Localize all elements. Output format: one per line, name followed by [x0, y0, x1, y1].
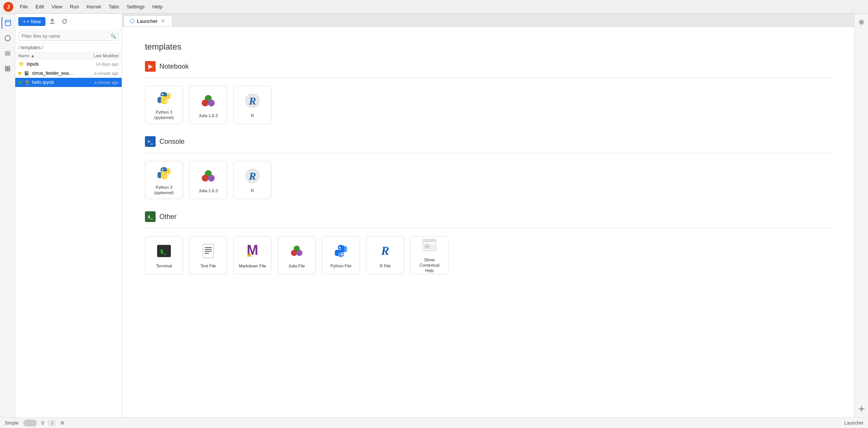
file-name: inputs [27, 61, 74, 67]
left-icon-sidebar [0, 14, 15, 417]
python3-console-icon [155, 165, 173, 182]
menu-view[interactable]: View [48, 3, 65, 10]
tab-close-icon[interactable]: ✕ [160, 18, 166, 24]
sidebar-circle-btn[interactable] [2, 32, 14, 44]
sidebar-layers-btn[interactable] [2, 47, 14, 60]
svg-rect-11 [8, 69, 10, 71]
list-item[interactable]: 📓 hello.ipynb a minute ago [15, 78, 122, 87]
notebook-cards: Python 3(ipykernel) Julia 1.6.3 [145, 86, 831, 124]
julia-notebook-icon [199, 92, 217, 110]
launcher-content: templates ▶ Notebook [122, 27, 854, 417]
markdown-file-label: Markdown File [239, 263, 266, 269]
status-settings-icon[interactable]: ⚙ [60, 420, 64, 426]
tab-launcher[interactable]: ⬡ Launcher ✕ [124, 15, 172, 26]
plus-icon: + [23, 19, 26, 24]
svg-point-22 [202, 175, 209, 182]
col-modified-header[interactable]: Last Modified [77, 53, 119, 58]
r-notebook-icon: R [243, 92, 262, 110]
svg-text:R: R [381, 244, 389, 257]
svg-point-38 [341, 254, 343, 255]
file-list-header[interactable]: Name ▲ Last Modified [15, 52, 122, 60]
svg-rect-9 [8, 66, 10, 68]
launcher-title: templates [145, 42, 831, 52]
svg-rect-42 [424, 245, 429, 245]
svg-rect-10 [5, 69, 7, 71]
menu-settings[interactable]: Settings [124, 3, 148, 10]
card-r-console[interactable]: R R [233, 161, 272, 199]
file-list: 📁 inputs 14 days ago 📓 cirrus_feeder_exa… [15, 60, 122, 417]
notebook-divider [145, 78, 831, 78]
notebook-icon: 📓 [24, 70, 30, 76]
toggle-track[interactable] [23, 420, 37, 426]
file-modified: a minute ago [77, 71, 119, 76]
card-python-file[interactable]: Python File [322, 236, 360, 274]
app-logo: J [3, 2, 14, 12]
breadcrumb[interactable]: / templates / [15, 43, 122, 52]
python-file-icon [332, 242, 350, 260]
notification-badge: 3 [48, 420, 55, 426]
sidebar-puzzle-btn[interactable] [2, 63, 14, 75]
python3-console-label: Python 3(ipykernel) [154, 185, 174, 196]
contextual-help-icon [420, 237, 439, 254]
card-python3-notebook[interactable]: Python 3(ipykernel) [145, 86, 183, 124]
svg-point-12 [162, 93, 164, 95]
svg-text:R: R [249, 95, 256, 107]
other-divider [145, 228, 831, 228]
upload-button[interactable] [47, 16, 58, 27]
card-julia-console[interactable]: Julia 1.6.3 [189, 161, 227, 199]
notebook-icon: 📓 [24, 79, 30, 85]
svg-point-23 [208, 175, 215, 182]
status-mode-label: Simple [5, 420, 19, 426]
file-name: hello.ipynb [32, 80, 74, 85]
svg-rect-8 [5, 66, 7, 68]
card-contextual-help[interactable]: ShowContextual Help [410, 236, 448, 274]
card-terminal[interactable]: $_ Terminal [145, 236, 183, 274]
card-text-file[interactable]: Text File [189, 236, 227, 274]
section-notebook: ▶ Notebook [145, 61, 831, 124]
right-settings-bottom[interactable] [856, 404, 867, 414]
svg-point-15 [202, 100, 209, 106]
svg-text:$_: $_ [160, 248, 167, 255]
list-item[interactable]: 📁 inputs 14 days ago [15, 60, 122, 69]
list-item[interactable]: 📓 cirrus_feeder_example.ip… a minute ago [15, 69, 122, 78]
other-section-label: Other [159, 213, 177, 221]
console-section-icon: >_ [145, 136, 156, 147]
search-bar: 🔍 [15, 29, 122, 43]
section-other: $_ Other $_ Terminal [145, 211, 831, 274]
card-r-notebook[interactable]: R R [233, 86, 272, 124]
card-julia-notebook[interactable]: Julia 1.6.3 [189, 86, 227, 124]
terminal-label: Terminal [156, 263, 172, 269]
dot-indicator [18, 72, 21, 75]
menu-kernel[interactable]: Kernel [84, 3, 104, 10]
menu-run[interactable]: Run [67, 3, 82, 10]
menu-tabs[interactable]: Tabs [106, 3, 122, 10]
other-cards: $_ Terminal [145, 236, 831, 274]
card-julia-file[interactable]: Julia File [278, 236, 316, 274]
svg-point-35 [291, 250, 297, 256]
col-name-header[interactable]: Name ▲ [18, 53, 77, 58]
refresh-button[interactable] [59, 16, 70, 27]
svg-point-37 [339, 247, 341, 248]
right-settings-top[interactable] [856, 17, 867, 27]
simple-toggle[interactable] [23, 420, 37, 426]
tab-launcher-label: Launcher [137, 18, 158, 24]
right-sidebar [854, 14, 868, 417]
card-python3-console[interactable]: Python 3(ipykernel) [145, 161, 183, 199]
menu-edit[interactable]: Edit [32, 3, 47, 10]
julia-notebook-label: Julia 1.6.3 [199, 113, 218, 118]
svg-point-13 [165, 101, 166, 102]
status-bar: Simple 0 3 ⚙ Launcher [0, 417, 868, 428]
contextual-help-label: ShowContextual Help [415, 257, 444, 274]
new-button[interactable]: + + New [18, 17, 45, 26]
card-r-file[interactable]: R R File [366, 236, 404, 274]
search-input[interactable] [18, 32, 119, 41]
menu-help[interactable]: Help [149, 3, 166, 10]
menu-file[interactable]: File [17, 3, 31, 10]
python-file-label: Python File [330, 263, 351, 269]
python3-notebook-icon [155, 90, 173, 106]
tab-bar: ⬡ Launcher ✕ [122, 14, 854, 27]
sidebar-files-btn[interactable] [2, 17, 14, 29]
card-markdown-file[interactable]: M Markdown File [233, 236, 272, 274]
other-section-icon: $_ [145, 211, 156, 222]
file-modified: 14 days ago [77, 62, 119, 66]
